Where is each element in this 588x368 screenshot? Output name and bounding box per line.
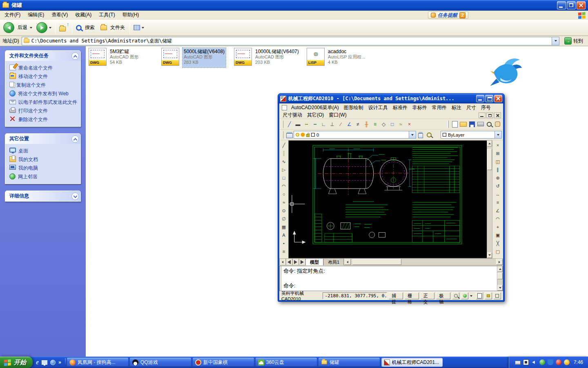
scroll-down-icon[interactable] <box>497 285 503 291</box>
cad-toolbar-icon[interactable]: × <box>405 120 414 128</box>
cad-menu-dim-drive[interactable]: 尺寸驱动 <box>280 111 305 119</box>
collapse-chevron-icon[interactable] <box>71 135 79 143</box>
task-rename-file[interactable]: 重命名这个文件 <box>9 65 77 71</box>
polygon-tool-icon[interactable]: ▷ <box>280 166 288 174</box>
other-places-panel-header[interactable]: 其它位置 <box>5 134 80 144</box>
toolbar-grip[interactable] <box>282 121 283 128</box>
go-button[interactable]: → 转到 <box>562 36 586 46</box>
taskbar-task-chess[interactable]: 新中国象棋 <box>193 358 254 367</box>
clean-screen-icon[interactable] <box>494 292 501 299</box>
show-desktop-icon[interactable] <box>42 360 47 365</box>
task-reminder-widget[interactable]: 任务提醒 2 <box>428 11 468 19</box>
table-tool-icon[interactable]: ≡ <box>280 247 288 256</box>
cad-menu-autocad2006[interactable]: AutoCAD2006菜单(A) <box>289 104 341 112</box>
messenger-icon[interactable] <box>564 359 570 365</box>
extend-tool-icon[interactable]: + <box>494 223 502 231</box>
open-file-icon[interactable] <box>459 120 468 128</box>
cad-menu-window[interactable]: 窗口(W) <box>326 111 349 119</box>
cad-menu-serial[interactable]: 序号 <box>479 104 493 112</box>
cad-toolbar-icon[interactable]: ╱ <box>285 120 294 128</box>
cad-minimize-button[interactable] <box>476 95 484 102</box>
search-icon[interactable] <box>76 25 82 31</box>
file-tile[interactable]: ((|))LISP acaddoc AutoLISP 应用程... 4 KB <box>307 48 377 67</box>
save-file-icon[interactable] <box>468 120 476 128</box>
task-copy-file[interactable]: 复制这个文件 <box>9 82 77 88</box>
scrollbar-thumb[interactable] <box>497 273 503 279</box>
cad-menu-other[interactable]: 其它(O) <box>305 111 326 119</box>
scroll-up-icon[interactable] <box>497 266 503 272</box>
address-dropdown-button[interactable] <box>552 37 559 45</box>
cad-toolbar-icon[interactable]: ∕ <box>336 120 345 128</box>
mdi-close-button[interactable] <box>494 112 501 118</box>
security-shield-icon[interactable] <box>548 359 553 365</box>
views-dropdown-icon[interactable] <box>142 27 144 29</box>
osnap-toggle-icon[interactable] <box>452 292 459 299</box>
address-input-box[interactable] <box>22 37 559 45</box>
ellipse-arc-tool-icon[interactable]: ∅ <box>280 215 288 223</box>
cad-toolbar-icon[interactable]: ╫ <box>362 120 371 128</box>
volume-icon[interactable] <box>531 359 537 365</box>
task-delete-file[interactable]: 删除这个文件 <box>9 116 77 122</box>
mdi-restore-button[interactable] <box>486 112 493 118</box>
tab-first-icon[interactable] <box>279 258 286 265</box>
ortho-toggle[interactable]: 正交 <box>421 292 435 299</box>
command-scrollbar[interactable] <box>497 266 503 291</box>
circle-tool-icon[interactable]: ○ <box>280 190 288 198</box>
collapse-chevron-icon[interactable] <box>71 52 79 60</box>
file-tasks-panel-header[interactable]: 文件和文件夹任务 <box>5 51 80 61</box>
chamfer-tool-icon[interactable]: ╳ <box>494 239 502 247</box>
polyline-tool-icon[interactable]: ∿ <box>280 157 288 166</box>
menu-view[interactable]: 查看(V) <box>48 11 71 19</box>
layer-previous-icon[interactable] <box>425 130 433 139</box>
cad-titlebar[interactable]: 机械工程师CAD2010 - [C:\Documents and Setting… <box>278 94 504 103</box>
layer-manager-icon[interactable] <box>285 130 294 139</box>
cad-close-button[interactable] <box>494 95 502 102</box>
cad-menu-annotate[interactable]: 标注 <box>449 104 464 112</box>
toolbar-grip[interactable] <box>448 121 449 128</box>
grid-toggle[interactable]: 栅格 <box>405 292 419 299</box>
views-icon[interactable] <box>134 25 140 30</box>
hatch-tool-icon[interactable]: ▦ <box>280 223 288 231</box>
cad-maximize-button[interactable] <box>485 95 493 102</box>
start-button[interactable]: 开始 <box>0 357 33 368</box>
task-print-file[interactable]: 打印这个文件 <box>9 108 77 114</box>
details-panel-header[interactable]: 详细信息 <box>5 191 80 201</box>
cad-menu-nonstandard[interactable]: 非标件 <box>410 104 430 112</box>
mirror-tool-icon[interactable]: ◫ <box>494 157 502 166</box>
address-input[interactable] <box>31 38 550 44</box>
trim-tool-icon[interactable]: ◠ <box>494 215 502 223</box>
explorer-titlebar[interactable]: 储罐 <box>0 0 588 11</box>
stretch-tool-icon[interactable]: ∠ <box>494 206 502 215</box>
up-button[interactable]: ↑ <box>59 24 68 31</box>
tab-model[interactable]: 模型 <box>305 258 323 265</box>
file-tile[interactable]: DWG 5M3贮罐 AutoCAD 图形 54 KB <box>89 48 159 67</box>
arc-tool-icon[interactable]: ◠ <box>280 182 288 190</box>
rectangle-tool-icon[interactable]: □ <box>280 174 288 182</box>
input-method-icon[interactable] <box>523 359 529 365</box>
taskbar-task-phoenix[interactable]: 凤凰网 - 搜狗高... <box>67 358 128 367</box>
cad-toolbar-icon[interactable]: ◇ <box>379 120 388 128</box>
array-tool-icon[interactable]: ⊕ <box>494 174 502 182</box>
menu-file[interactable]: 文件(F) <box>1 11 24 19</box>
erase-tool-icon[interactable]: × <box>494 141 502 149</box>
print-icon[interactable] <box>476 120 485 128</box>
mdi-minimize-button[interactable] <box>479 112 486 118</box>
offset-tool-icon[interactable]: ∥ <box>494 166 502 174</box>
tab-layout1[interactable]: 布局1 <box>323 258 344 265</box>
menu-help[interactable]: 帮助(H) <box>119 11 143 19</box>
taskbar-task-folder[interactable]: 储罐 <box>318 358 380 367</box>
forward-button[interactable] <box>36 22 47 33</box>
minimize-button[interactable] <box>557 1 566 9</box>
cad-canvas[interactable] <box>288 140 487 258</box>
cad-toolbar-icon[interactable]: ≠ <box>354 120 362 128</box>
layer-freeze-icon[interactable] <box>301 133 305 137</box>
quick-launch-overflow-icon[interactable]: » <box>58 359 61 365</box>
cad-toolbar-icon[interactable]: ╍ <box>311 120 319 128</box>
task-publish-file[interactable]: 将这个文件发布到 Web <box>9 90 77 96</box>
file-tile-selected[interactable]: DWG 5000L储罐(V6408) AutoCAD 图形 283 KB <box>161 48 232 67</box>
place-network[interactable]: 网上邻居 <box>9 173 77 180</box>
canvas-vertical-scrollbar[interactable] <box>487 140 492 258</box>
break-tool-icon[interactable]: ▣ <box>494 231 502 239</box>
file-tile[interactable]: DWG 10000L储罐(V6407) AutoCAD 图形 203 KB <box>234 48 304 67</box>
construction-line-tool-icon[interactable]: ┊ <box>280 149 288 157</box>
